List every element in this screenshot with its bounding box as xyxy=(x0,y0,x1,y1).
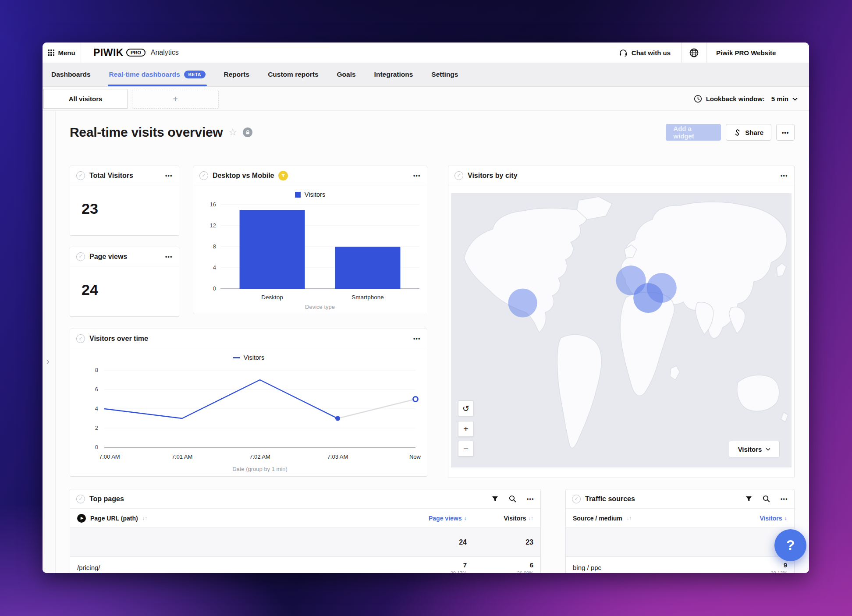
chat-with-us-button[interactable]: Chat with us xyxy=(608,49,681,57)
world-map[interactable] xyxy=(451,193,792,467)
col-page-views[interactable]: Page views xyxy=(429,515,462,522)
nav-goals[interactable]: Goals xyxy=(337,63,356,86)
widget-status-check-icon: ✓ xyxy=(76,252,85,261)
legend-swatch xyxy=(295,192,301,198)
sort-both-icon[interactable]: ↓↑ xyxy=(142,516,148,521)
minus-icon: − xyxy=(463,444,469,454)
widget-more-button[interactable]: ••• xyxy=(781,173,788,179)
svg-text:0: 0 xyxy=(213,285,216,292)
page-actions: Add a widget Share ••• xyxy=(666,124,795,141)
source-medium-cell[interactable]: bing / ppc xyxy=(573,561,726,573)
traffic-sources-totals-row: 23 xyxy=(566,528,794,557)
sort-both-icon[interactable]: ↓↑ xyxy=(529,516,534,521)
region-se-asia xyxy=(729,307,745,333)
widget-more-button[interactable]: ••• xyxy=(527,496,534,502)
widget-visitors-over-time: ✓ Visitors over time ••• Visitors 024687… xyxy=(70,329,427,477)
page-views-value: 24 xyxy=(70,266,179,298)
sort-both-icon[interactable]: ↓↑ xyxy=(627,516,632,521)
svg-text:4: 4 xyxy=(213,264,216,271)
svg-text:Desktop: Desktop xyxy=(261,294,283,301)
tab-all-visitors[interactable]: All visitors xyxy=(43,89,128,109)
pro-badge: PRO xyxy=(126,49,146,57)
map-reset-button[interactable]: ↺ xyxy=(458,400,474,416)
widget-more-button[interactable]: ••• xyxy=(413,173,421,179)
dashboard-window: Menu PIWIK PRO Analytics Chat with us Pi… xyxy=(43,42,809,573)
widget-more-button[interactable]: ••• xyxy=(165,254,173,260)
help-button[interactable]: ? xyxy=(774,529,806,561)
headset-icon xyxy=(619,49,628,57)
nav-integrations[interactable]: Integrations xyxy=(374,63,413,86)
col-visitors[interactable]: Visitors xyxy=(504,515,526,522)
visitors-pct: 39.13% xyxy=(726,570,787,573)
col-page-url[interactable]: Page URL (path) xyxy=(90,515,138,522)
svg-text:7:00 AM: 7:00 AM xyxy=(99,453,120,460)
svg-text:12: 12 xyxy=(210,222,216,229)
svg-text:7:03 AM: 7:03 AM xyxy=(327,453,348,460)
totals-page-views: 24 xyxy=(459,538,467,546)
widget-status-check-icon: ✓ xyxy=(76,334,85,343)
map-zoom-in-button[interactable]: + xyxy=(458,421,474,437)
nav-real-time-dashboards[interactable]: Real-time dashboards BETA xyxy=(109,63,206,86)
filter-icon[interactable] xyxy=(492,496,498,502)
page-title: Real-time visits overview xyxy=(70,125,223,140)
nav-custom-reports[interactable]: Custom reports xyxy=(268,63,318,86)
favorite-star-icon[interactable]: ☆ xyxy=(228,127,237,138)
legend-label: Visitors xyxy=(305,191,325,198)
bubble-us xyxy=(508,288,537,317)
page-views-value: 7 xyxy=(400,561,467,569)
widget-more-button[interactable]: ••• xyxy=(165,173,173,179)
share-button[interactable]: Share xyxy=(726,124,771,141)
page-url-cell[interactable]: /pricing/ xyxy=(77,561,400,573)
lookback-window-selector[interactable]: Lookback window: 5 min xyxy=(694,87,798,111)
nav-settings[interactable]: Settings xyxy=(431,63,458,86)
piwik-pro-logo[interactable]: PIWIK PRO Analytics xyxy=(93,47,179,59)
svg-text:Device type: Device type xyxy=(305,304,335,310)
map-zoom-out-button[interactable]: − xyxy=(458,441,474,457)
page-more-button[interactable]: ••• xyxy=(776,124,795,141)
widget-more-button[interactable]: ••• xyxy=(413,336,421,342)
filter-applied-badge-icon[interactable] xyxy=(278,171,288,181)
site-globe-button[interactable] xyxy=(681,42,706,63)
top-pages-row[interactable]: /pricing/ 7 29.17% 6 26.09% xyxy=(70,557,540,573)
visitors-value: 9 xyxy=(726,561,787,569)
island-new-zealand xyxy=(781,412,788,422)
plus-icon: + xyxy=(463,424,469,434)
product-name: Analytics xyxy=(151,49,179,57)
add-dashboard-tab-button[interactable]: + xyxy=(132,90,219,109)
sort-down-icon[interactable]: ↓ xyxy=(785,515,788,521)
svg-text:16: 16 xyxy=(210,201,216,208)
svg-text:Smartphone: Smartphone xyxy=(351,294,384,301)
island-japan xyxy=(777,263,786,276)
widget-more-button[interactable]: ••• xyxy=(781,496,788,502)
grid-menu-icon xyxy=(48,50,54,56)
svg-text:Date (group by 1 min): Date (group by 1 min) xyxy=(232,466,288,472)
nav-dashboards[interactable]: Dashboards xyxy=(51,63,91,86)
legend-label: Visitors xyxy=(244,354,264,361)
line-chart-legend: Visitors xyxy=(70,348,427,361)
traffic-sources-row[interactable]: bing / ppc 9 39.13% xyxy=(566,557,794,573)
search-icon[interactable] xyxy=(763,495,770,503)
svg-text:7:02 AM: 7:02 AM xyxy=(249,453,270,460)
rail-expand-chevron-icon[interactable]: › xyxy=(46,356,50,366)
search-icon[interactable] xyxy=(509,495,516,503)
widget-desktop-vs-mobile: ✓ Desktop vs Mobile ••• Visitors 0481216… xyxy=(193,166,427,314)
continent-australia xyxy=(737,375,779,411)
col-visitors[interactable]: Visitors xyxy=(760,515,782,522)
svg-text:4: 4 xyxy=(95,405,98,412)
lock-badge-icon xyxy=(243,127,252,137)
svg-text:7:01 AM: 7:01 AM xyxy=(172,453,193,460)
page-views-pct: 29.17% xyxy=(400,570,467,573)
filter-icon[interactable] xyxy=(746,496,752,502)
play-circle-icon[interactable]: ▶ xyxy=(77,514,86,523)
beta-badge: BETA xyxy=(184,71,206,78)
map-metric-dropdown[interactable]: Visitors xyxy=(729,441,780,457)
island-madagascar xyxy=(670,366,680,380)
col-source-medium[interactable]: Source / medium xyxy=(573,515,622,522)
nav-reports[interactable]: Reports xyxy=(224,63,250,86)
add-widget-button[interactable]: Add a widget xyxy=(666,124,721,141)
lookback-label: Lookback window: xyxy=(706,95,765,103)
chevron-down-icon xyxy=(792,97,798,101)
site-selector[interactable]: Piwik PRO Website xyxy=(706,49,809,57)
widget-top-pages: ✓ Top pages ••• ▶ Page URL (path) ↓↑ Pag… xyxy=(70,489,541,573)
menu-button[interactable]: Menu xyxy=(43,42,81,63)
